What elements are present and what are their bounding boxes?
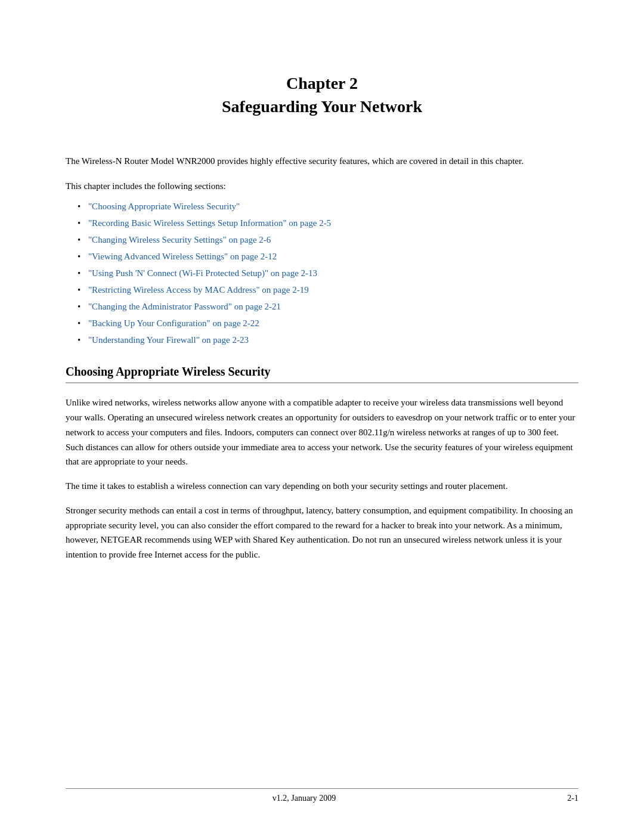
section1-paragraph-2: The time it takes to establish a wireles… [66, 479, 578, 494]
toc-link-6[interactable]: "Restricting Wireless Access by MAC Addr… [88, 285, 309, 295]
list-item: "Backing Up Your Configuration" on page … [78, 316, 578, 330]
intro-paragraph-1: The Wireless-N Router Model WNR2000 prov… [66, 154, 578, 168]
chapter-title: Safeguarding Your Network [66, 95, 578, 118]
list-item: "Choosing Appropriate Wireless Security" [78, 199, 578, 213]
footer-page-number-right: 2-1 [543, 794, 578, 803]
toc-link-8[interactable]: "Backing Up Your Configuration" on page … [88, 318, 259, 328]
toc-link-2[interactable]: "Recording Basic Wireless Settings Setup… [88, 218, 331, 228]
list-item: "Viewing Advanced Wireless Settings" on … [78, 249, 578, 264]
chapter-number: Chapter 2 [66, 72, 578, 95]
list-item: "Using Push 'N' Connect (Wi-Fi Protected… [78, 266, 578, 280]
toc-link-7[interactable]: "Changing the Administrator Password" on… [88, 302, 281, 311]
toc-link-1[interactable]: "Choosing Appropriate Wireless Security" [88, 202, 240, 211]
toc-link-9[interactable]: "Understanding Your Firewall" on page 2-… [88, 335, 249, 345]
toc-link-3[interactable]: "Changing Wireless Security Settings" on… [88, 235, 271, 244]
chapter-header: Chapter 2 Safeguarding Your Network [66, 72, 578, 118]
section1-heading: Choosing Appropriate Wireless Security [66, 365, 578, 383]
list-item: "Recording Basic Wireless Settings Setup… [78, 216, 578, 230]
list-item: "Changing Wireless Security Settings" on… [78, 233, 578, 247]
list-item: "Changing the Administrator Password" on… [78, 299, 578, 314]
toc-intro: This chapter includes the following sect… [66, 179, 578, 193]
list-item: "Understanding Your Firewall" on page 2-… [78, 333, 578, 347]
page-container: Chapter 2 Safeguarding Your Network The … [0, 0, 644, 833]
list-item: "Restricting Wireless Access by MAC Addr… [78, 283, 578, 297]
toc-link-5[interactable]: "Using Push 'N' Connect (Wi-Fi Protected… [88, 268, 317, 278]
section1-paragraph-1: Unlike wired networks, wireless networks… [66, 395, 578, 469]
page-footer: v1.2, January 2009 2-1 [0, 788, 644, 803]
toc-link-4[interactable]: "Viewing Advanced Wireless Settings" on … [88, 252, 277, 261]
toc-list: "Choosing Appropriate Wireless Security"… [78, 199, 578, 347]
footer-version: v1.2, January 2009 [66, 794, 543, 803]
footer-content: v1.2, January 2009 2-1 [0, 789, 644, 803]
section1-paragraph-3: Stronger security methods can entail a c… [66, 503, 578, 562]
